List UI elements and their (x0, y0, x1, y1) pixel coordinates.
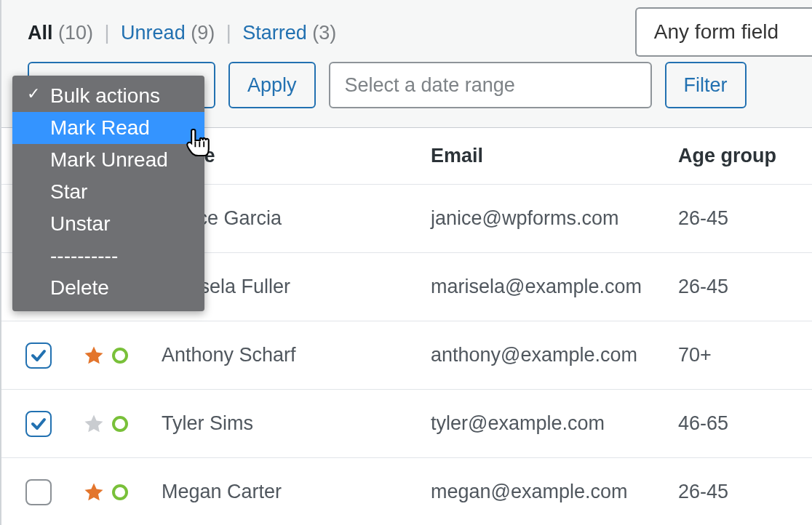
row-email: marisela@example.com (431, 276, 656, 298)
row-checkbox-cell (1, 479, 83, 505)
row-age-group: 26-45 (678, 207, 812, 230)
row-icons-cell (83, 345, 162, 366)
row-email: anthony@example.com (431, 344, 656, 366)
row-checkbox-cell (1, 411, 83, 437)
dropdown-item-bulk-actions[interactable]: Bulk actions (12, 80, 204, 112)
row-checkbox[interactable] (25, 342, 52, 369)
star-icon[interactable] (83, 413, 105, 435)
row-age-group: 26-45 (678, 276, 812, 298)
apply-button[interactable]: Apply (228, 62, 316, 108)
column-header-email[interactable]: Email (431, 145, 678, 167)
tab-starred[interactable]: Starred (3) (242, 22, 336, 44)
dropdown-item-mark-read[interactable]: Mark Read (12, 112, 204, 144)
unread-indicator-icon[interactable] (112, 348, 128, 364)
date-range-input[interactable]: Select a date range (329, 62, 652, 108)
star-icon[interactable] (83, 345, 105, 366)
date-range-placeholder: Select a date range (345, 74, 515, 97)
row-checkbox-cell (1, 342, 83, 369)
row-email: megan@example.com (431, 481, 656, 503)
dropdown-item-star[interactable]: Star (12, 176, 204, 208)
bulk-actions-dropdown: Bulk actions Mark Read Mark Unread Star … (12, 76, 204, 311)
row-name[interactable]: Megan Carter (162, 481, 431, 503)
filter-button[interactable]: Filter (665, 62, 747, 108)
column-header-age[interactable]: Age group (678, 145, 812, 167)
dropdown-separator: ---------- (12, 240, 204, 272)
unread-indicator-icon[interactable] (112, 416, 128, 432)
row-age-group: 26-45 (678, 481, 812, 503)
unread-indicator-icon[interactable] (112, 484, 128, 500)
row-icons-cell (83, 481, 162, 503)
tab-separator: | (105, 22, 110, 44)
dropdown-item-delete[interactable]: Delete (12, 272, 204, 304)
row-email: janice@wpforms.com (431, 207, 656, 230)
dropdown-item-unstar[interactable]: Unstar (12, 208, 204, 240)
tab-unread[interactable]: Unread (9) (121, 22, 215, 44)
row-name[interactable]: Tyler Sims (162, 412, 431, 435)
row-email: tyler@example.com (431, 412, 656, 435)
row-name[interactable]: Anthony Scharf (162, 344, 431, 366)
form-field-select-label: Any form field (654, 20, 779, 44)
table-row[interactable]: Megan Cartermegan@example.com26-45 (1, 458, 812, 525)
row-checkbox[interactable] (25, 479, 52, 505)
star-icon[interactable] (83, 481, 105, 503)
tab-all[interactable]: All (10) (28, 22, 93, 44)
row-checkbox[interactable] (25, 411, 52, 437)
tab-separator: | (226, 22, 231, 44)
form-field-select[interactable]: Any form field (635, 7, 812, 57)
table-row[interactable]: Tyler Simstyler@example.com46-65 (1, 390, 812, 458)
row-age-group: 70+ (678, 344, 812, 366)
dropdown-item-mark-unread[interactable]: Mark Unread (12, 144, 204, 176)
row-age-group: 46-65 (678, 412, 812, 435)
table-row[interactable]: Anthony Scharfanthony@example.com70+ (1, 321, 812, 390)
row-icons-cell (83, 413, 162, 435)
